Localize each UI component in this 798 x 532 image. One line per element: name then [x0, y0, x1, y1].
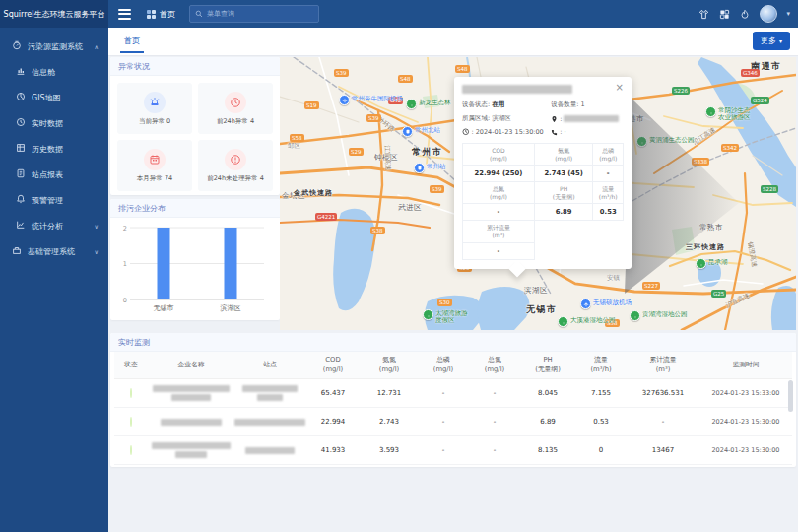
monitor-system-icon: [12, 40, 22, 52]
popup-close-icon[interactable]: ×: [616, 84, 624, 92]
breadcrumb-home[interactable]: 首页: [147, 9, 175, 20]
tab-bar: 首页 更多▾: [108, 28, 798, 56]
redacted-company-name: [148, 383, 234, 403]
popup-metric-value: -: [593, 166, 624, 182]
cell-value: 8.045: [520, 389, 575, 397]
popup-metric-value: 6.89: [534, 204, 593, 221]
card-label: 本月异常 74: [137, 174, 172, 183]
scrollbar-thumb[interactable]: [788, 380, 793, 412]
table-row[interactable]: 41.9333.593--8.1350134672024-01-23 15:30…: [114, 436, 792, 465]
app-logo[interactable]: Squirrel生态环境云服务平台: [0, 0, 108, 28]
sidebar-nav: 污染源监测系统∧信息舱GIS地图实时数据历史数据站点报表预警管理统计分析∨基础管…: [0, 28, 108, 532]
sidebar-item-station-report[interactable]: 站点报表: [0, 162, 108, 187]
column-header: 总磷(mg/l): [418, 356, 469, 374]
alert-mgmt-icon: [16, 194, 26, 206]
left-column: 异常状况 当前异常 0前24h异常 4本月异常 74前24h未处理异常 4 排污…: [110, 57, 280, 320]
tab-home-label: 首页: [124, 35, 140, 46]
column-header: 总氮(mg/l): [469, 356, 520, 374]
enterprise-distribution-panel: 排污企业分布 012无锡市滨湖区: [110, 199, 280, 320]
column-header: 状态: [114, 361, 148, 370]
monitor-table-header: 状态企业名称站点COD(mg/l)氨氮(mg/l)总磷(mg/l)总氮(mg/l…: [114, 352, 792, 379]
popup-metrics-table: COD(mg/l)氨氮(mg/l)总磷(mg/l)22.994 (250)2.7…: [462, 143, 624, 260]
info-cabin-icon: [16, 66, 26, 78]
tab-home[interactable]: 首页: [118, 28, 146, 53]
sidebar-item-monitor-system[interactable]: 污染源监测系统∧: [0, 33, 108, 59]
sidebar-item-label: 实时数据: [32, 118, 63, 129]
history-data-icon: [16, 143, 26, 155]
table-row[interactable]: 22.9942.743--6.890.53-2024-01-23 15:30:0…: [114, 408, 792, 436]
device-count-row: 设备数量: 1: [551, 100, 624, 109]
realtime-monitor-panel: 实时监测 状态企业名称站点COD(mg/l)氨氮(mg/l)总磷(mg/l)总氮…: [110, 333, 796, 467]
popup-metric-name: 总氮(mg/l): [463, 182, 535, 204]
cell-value: 65.437: [305, 389, 361, 397]
sidebar-item-history-data[interactable]: 历史数据: [0, 136, 108, 162]
layout-icon[interactable]: [718, 8, 730, 20]
sidebar-item-realtime-data[interactable]: 实时数据: [0, 110, 108, 136]
popup-metric-value: 22.994 (250): [463, 166, 535, 182]
popup-metric-name: COD(mg/l): [463, 144, 535, 166]
more-button[interactable]: 更多▾: [753, 32, 790, 50]
menu-search-input[interactable]: 菜单查询: [189, 5, 319, 23]
sidebar-item-stats-analysis[interactable]: 统计分析∨: [0, 213, 108, 238]
cell-value: 41.933: [305, 446, 361, 454]
device-status-row: 设备状态: 在用: [462, 100, 551, 109]
map-canvas[interactable]: 常州市钟楼区武进区金坛区无锡市滨湖区常熟市南通市张家港市江阴市邹区洛社安镇金武快…: [280, 57, 796, 330]
sidebar-item-label: 信息舱: [32, 67, 55, 78]
redacted-company-name: [148, 417, 234, 428]
flame-icon[interactable]: [739, 8, 751, 20]
card-label: 当前异常 0: [139, 117, 170, 126]
sidebar-item-label: 历史数据: [32, 144, 63, 155]
abnormal-card-0[interactable]: 当前异常 0: [117, 83, 192, 134]
column-header: 站点: [234, 361, 305, 370]
popup-metric-value: -: [463, 204, 535, 221]
status-dot: [130, 445, 132, 455]
redacted-station-name: [234, 417, 305, 428]
sidebar-item-gis-map[interactable]: GIS地图: [0, 85, 108, 110]
popup-metric-value: 2.743 (45): [534, 166, 593, 182]
abnormal-cards: 当前异常 0前24h异常 4本月异常 74前24h未处理异常 4: [110, 76, 280, 198]
table-scrollbar[interactable]: [788, 380, 793, 463]
cell-value: 7.155: [575, 389, 627, 397]
cell-value: -: [418, 418, 469, 426]
popup-metric-name: 总磷(mg/l): [593, 144, 624, 166]
siren-icon: [144, 92, 166, 113]
redacted-station-name: [234, 383, 305, 403]
status-dot: [130, 417, 132, 427]
menu-toggle-icon[interactable]: [118, 9, 131, 20]
svg-text:0: 0: [123, 297, 127, 304]
region-row: 所属区域: 滨湖区: [462, 114, 551, 123]
card-label: 前24h未处理异常 4: [207, 174, 264, 183]
cell-value: 0.53: [575, 418, 627, 426]
abnormal-card-2[interactable]: 本月异常 74: [117, 140, 192, 191]
user-menu-caret-icon[interactable]: ▾: [786, 10, 790, 18]
cell-value: -: [627, 418, 699, 426]
svg-text:1: 1: [123, 260, 127, 268]
header-actions: ▾: [698, 5, 790, 23]
sidebar-item-base-system[interactable]: 基础管理系统∨: [0, 238, 108, 264]
abnormal-card-3[interactable]: 前24h未处理异常 4: [198, 140, 273, 191]
sidebar-item-info-cabin[interactable]: 信息舱: [0, 59, 108, 85]
chart-panel-title: 排污企业分布: [110, 199, 280, 218]
map-popup: × 设备状态: 在用 设备数量: 1 所属区域: 滨湖区 : :2024-01-…: [454, 77, 632, 269]
sidebar-item-label: 污染源监测系统: [28, 41, 83, 52]
cell-value: 8.135: [520, 446, 575, 454]
svg-text:无锡市: 无锡市: [154, 303, 174, 312]
phone-icon: [551, 129, 558, 136]
redacted-company-title: [462, 85, 572, 94]
popup-metric-name: 累计流量(m³): [463, 221, 535, 242]
theme-shirt-icon[interactable]: [698, 8, 709, 20]
table-row[interactable]: 65.43712.731--8.0457.155327636.5312024-0…: [114, 379, 792, 408]
cell-value: 22.994: [305, 418, 361, 426]
abnormal-card-1[interactable]: 前24h异常 4: [198, 83, 273, 134]
popup-info-grid: 设备状态: 在用 设备数量: 1 所属区域: 滨湖区 : :2024-01-23…: [462, 100, 624, 136]
user-avatar[interactable]: [760, 5, 777, 23]
station-report-icon: [16, 168, 26, 180]
abnormal-status-panel: 异常状况 当前异常 0前24h异常 4本月异常 74前24h未处理异常 4: [110, 57, 280, 195]
popup-metric-value: 0.53: [593, 204, 624, 221]
card-label: 前24h异常 4: [217, 117, 254, 126]
monitor-table: 状态企业名称站点COD(mg/l)氨氮(mg/l)总磷(mg/l)总氮(mg/l…: [110, 352, 796, 465]
sidebar-item-label: GIS地图: [32, 93, 61, 103]
monitor-table-body: 65.43712.731--8.0457.155327636.5312024-0…: [114, 379, 792, 465]
sidebar-item-alert-mgmt[interactable]: 预警管理: [0, 187, 108, 213]
clock-icon: [462, 128, 470, 136]
